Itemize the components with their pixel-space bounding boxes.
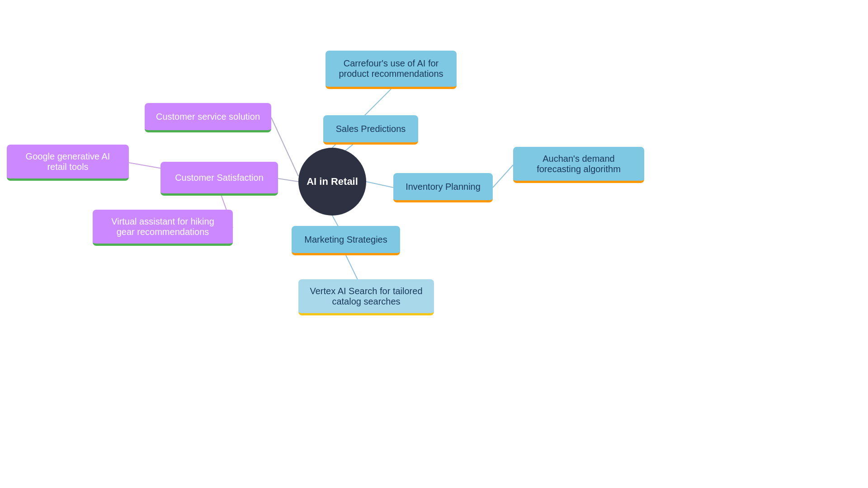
carrefour-label: Carrefour's use of AI for product recomm… [335, 58, 448, 79]
carrefour-node[interactable]: Carrefour's use of AI for product recomm… [326, 51, 457, 89]
center-node: AI in Retail [298, 148, 366, 216]
google-tools-node[interactable]: Google generative AI retail tools [7, 145, 129, 181]
marketing-strategies-node[interactable]: Marketing Strategies [292, 226, 400, 255]
inventory-planning-label: Inventory Planning [406, 182, 481, 192]
customer-service-label: Customer service solution [156, 112, 260, 122]
inventory-planning-node[interactable]: Inventory Planning [393, 173, 493, 202]
sales-predictions-label: Sales Predictions [336, 124, 406, 134]
virtual-assistant-node[interactable]: Virtual assistant for hiking gear recomm… [93, 210, 233, 246]
customer-satisfaction-label: Customer Satisfaction [175, 173, 264, 183]
virtual-assistant-label: Virtual assistant for hiking gear recomm… [102, 216, 224, 237]
customer-service-node[interactable]: Customer service solution [145, 103, 271, 132]
marketing-label: Marketing Strategies [304, 235, 387, 245]
customer-satisfaction-node[interactable]: Customer Satisfaction [160, 162, 278, 196]
svg-line-7 [493, 165, 513, 188]
google-tools-label: Google generative AI retail tools [16, 151, 120, 172]
svg-line-0 [278, 178, 298, 182]
svg-line-6 [366, 182, 393, 188]
vertex-ai-node[interactable]: Vertex AI Search for tailored catalog se… [298, 279, 434, 315]
vertex-label: Vertex AI Search for tailored catalog se… [307, 286, 425, 307]
auchan-label: Auchan's demand forecasting algorithm [522, 154, 635, 174]
sales-predictions-node[interactable]: Sales Predictions [323, 115, 418, 145]
auchan-node[interactable]: Auchan's demand forecasting algorithm [513, 147, 644, 183]
center-label: AI in Retail [307, 176, 358, 188]
